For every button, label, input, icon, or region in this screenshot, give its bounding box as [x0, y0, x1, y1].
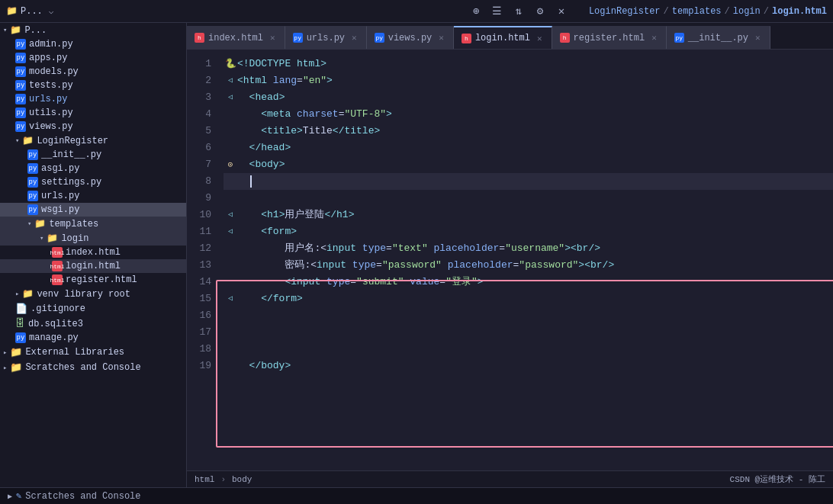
code-token	[267, 72, 273, 89]
code-line-16	[224, 307, 833, 324]
sidebar-item-asgi-py[interactable]: pyasgi.py	[0, 162, 186, 175]
sidebar-item-admin-py[interactable]: pyadmin.py	[0, 37, 186, 51]
py-file-icon: py	[15, 80, 26, 91]
code-token: ><	[564, 240, 577, 257]
code-token: 用户登陆	[285, 207, 324, 223]
sidebar-item-db-sqlite3[interactable]: 🗄db.sqlite3	[0, 316, 186, 331]
code-line-2: ◁<html lang="en">	[224, 72, 833, 89]
code-token: >	[285, 358, 291, 374]
sidebar-item-utils-py[interactable]: pyutils.py	[0, 106, 186, 120]
sidebar-item-settings-py[interactable]: pysettings.py	[0, 175, 186, 189]
code-token: =	[513, 257, 519, 274]
sidebar-item-label: index.html	[66, 247, 121, 258]
folder-icon: 📁	[10, 346, 22, 358]
status-bar: html › body CSDN @运维技术 - 陈工	[187, 470, 833, 487]
bottom-panel: ▶ ✎ Scratches and Console	[0, 487, 833, 504]
sidebar-item-tests-py[interactable]: pytests.py	[0, 79, 186, 92]
sidebar-item-index-html[interactable]: htmlindex.html	[0, 246, 186, 259]
expand-icon[interactable]: ⇅	[511, 4, 526, 19]
sidebar-item-loginregister[interactable]: ▾📁LoginRegister	[0, 133, 186, 148]
folder-triangle: ▾	[3, 26, 7, 34]
sidebar-item-label: wsgi.py	[41, 204, 79, 215]
sidebar-item-label: manage.py	[29, 332, 79, 343]
code-token: 用户名:<	[237, 240, 326, 257]
sidebar-item-models-py[interactable]: pymodels.py	[0, 65, 186, 79]
main-layout: ▾📁P...pyadmin.pypyapps.pypymodels.pypyte…	[0, 23, 833, 487]
sidebar-item-wsgi-py[interactable]: pywsgi.py	[0, 203, 186, 217]
code-line-13: 密码:<input type="password" placeholder="p…	[224, 257, 833, 274]
sidebar-item-manage-py[interactable]: pymanage.py	[0, 331, 186, 345]
tab-file-icon: py	[293, 33, 303, 43]
sidebar-item-project-root[interactable]: ▾📁P...	[0, 23, 186, 37]
sidebar-item-scratches[interactable]: ▸📁Scratches and Console	[0, 360, 186, 375]
tab-init-py[interactable]: py__init__.py✕	[667, 26, 770, 49]
collapse-icon[interactable]: ☰	[490, 4, 505, 19]
sidebar-item-urls-py[interactable]: pyurls.py	[0, 92, 186, 106]
sidebar-item-venv[interactable]: ▸📁venv library root	[0, 287, 186, 301]
sidebar-item-urls-py2[interactable]: pyurls.py	[0, 189, 186, 203]
sidebar-item-gitignore[interactable]: 📄.gitignore	[0, 301, 186, 316]
code-token	[291, 106, 297, 123]
breadcrumb-sep-1: /	[664, 6, 669, 17]
sidebar-item-apps-py[interactable]: pyapps.py	[0, 51, 186, 65]
code-token: "password"	[519, 257, 578, 274]
tab-close-icon[interactable]: ✕	[352, 33, 357, 43]
code-token: placeholder	[434, 240, 500, 257]
toolbar-expand[interactable]: ⌵	[49, 6, 54, 16]
tab-file-icon: h	[195, 33, 204, 43]
tab-register-html[interactable]: hregister.html✕	[552, 26, 667, 49]
tab-file-icon: h	[462, 34, 471, 43]
project-indicator: 📁 P... ⌵	[6, 5, 53, 17]
tab-close-icon[interactable]: ✕	[537, 34, 542, 43]
tab-login-html[interactable]: hlogin.html✕	[454, 26, 552, 49]
sidebar-item-ext-libs[interactable]: ▸📁External Libraries	[0, 345, 186, 360]
sidebar-item-label: settings.py	[41, 177, 101, 188]
tab-views-py[interactable]: pyviews.py✕	[367, 26, 454, 49]
code-line-8	[224, 173, 833, 190]
sidebar-item-register-html[interactable]: htmlregister.html	[0, 273, 186, 287]
tab-index-html[interactable]: hindex.html✕	[187, 26, 285, 49]
sidebar-item-label: tests.py	[29, 80, 73, 91]
sidebar-item-label: P...	[24, 25, 47, 36]
status-breadcrumb-html: html	[195, 475, 214, 484]
sidebar-item-login-html2[interactable]: htmllogin.html	[0, 259, 186, 273]
add-icon[interactable]: ⊕	[468, 4, 484, 19]
code-token: h1	[336, 207, 349, 223]
settings-icon[interactable]: ⚙	[532, 4, 548, 19]
tab-close-icon[interactable]: ✕	[270, 33, 275, 43]
code-token: form	[273, 291, 297, 307]
code-line-15: ◁ </form>	[224, 291, 833, 307]
tab-urls-py[interactable]: pyurls.py✕	[285, 26, 367, 49]
close-panel-icon[interactable]: ✕	[554, 4, 569, 19]
html-file-icon: html	[52, 274, 63, 285]
breadcrumb-part-3: login	[733, 6, 761, 17]
code-line-19: </body>	[224, 358, 833, 374]
sidebar-item-login-folder[interactable]: ▾📁login	[0, 231, 186, 246]
scratches-label-text: Scratches and Console	[25, 491, 140, 502]
folder-triangle: ▾	[27, 220, 31, 228]
tab-close-icon[interactable]: ✕	[755, 33, 761, 43]
code-token: >	[374, 123, 380, 140]
code-line-12: 用户名:<input type="text" placeholder="user…	[224, 240, 833, 257]
py-file-icon: py	[27, 149, 38, 160]
code-line-3: ◁ <head>	[224, 89, 833, 106]
breadcrumb-part-2: templates	[672, 6, 722, 17]
sidebar-item-label: admin.py	[29, 39, 73, 50]
code-token: br	[577, 240, 589, 257]
sidebar-item-label: register.html	[66, 274, 137, 285]
sidebar-item-init-py2[interactable]: py__init__.py	[0, 148, 186, 162]
toolbar-icons: ⊕ ☰ ⇅ ⚙ ✕	[468, 4, 569, 19]
scratches-console[interactable]: ▶ ✎ Scratches and Console	[8, 490, 141, 502]
py-file-icon: py	[15, 53, 26, 63]
py-file-icon: py	[27, 177, 38, 188]
db-file-icon: 🗄	[15, 318, 25, 329]
code-token: >	[297, 123, 303, 140]
sidebar-item-label: LoginRegister	[37, 136, 108, 146]
tab-close-icon[interactable]: ✕	[651, 33, 657, 43]
tab-close-icon[interactable]: ✕	[439, 33, 444, 43]
sidebar-item-templates[interactable]: ▾📁templates	[0, 217, 186, 231]
editor-area: 12345678910111213141516171819 🐍<!DOCTYPE…	[187, 50, 833, 470]
folder-triangle: ▾	[15, 136, 19, 145]
code-content[interactable]: 🐍<!DOCTYPE html>◁<html lang="en">◁ <head…	[217, 50, 833, 470]
sidebar-item-views-py[interactable]: pyviews.py	[0, 120, 186, 133]
